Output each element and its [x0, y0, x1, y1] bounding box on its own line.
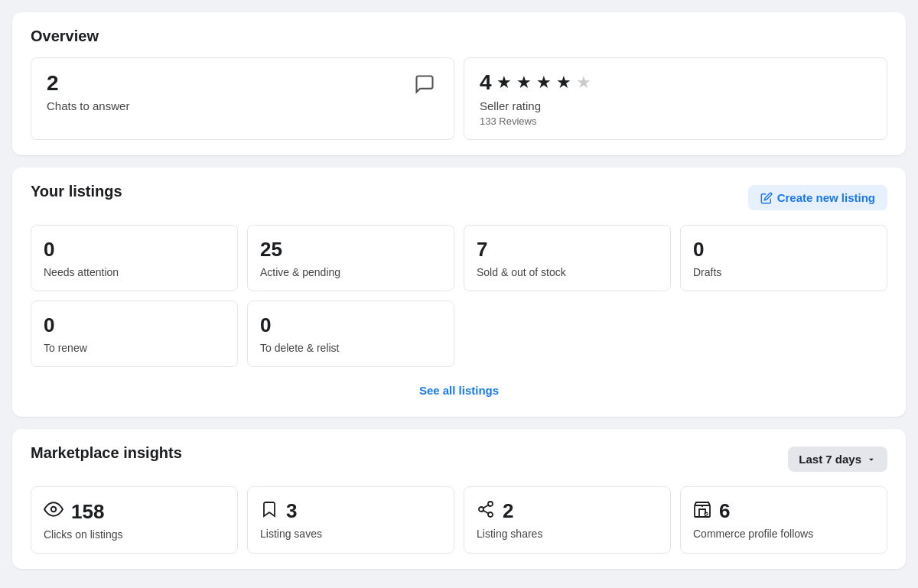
svg-point-0	[51, 507, 57, 512]
to-delete-number: 0	[260, 313, 441, 337]
clicks-label: Clicks on listings	[44, 528, 225, 541]
chats-card: 2 Chats to answer	[31, 57, 454, 140]
needs-attention-label: Needs attention	[44, 266, 225, 278]
see-all-listings-link[interactable]: See all listings	[31, 379, 887, 401]
listings-grid-row2: 0 To renew 0 To delete & relist	[31, 300, 887, 367]
insight-card-shares[interactable]: 2 Listing shares	[464, 486, 671, 554]
listing-card-drafts[interactable]: 0 Drafts	[680, 225, 887, 291]
to-delete-label: To delete & relist	[260, 342, 441, 354]
chat-icon	[411, 70, 438, 98]
edit-icon	[760, 192, 773, 204]
shares-label: Listing shares	[477, 528, 658, 540]
listings-title: Your listings	[31, 183, 122, 200]
overview-section: Overview 2 Chats to answer 4 ★ ★	[12, 12, 906, 155]
listings-section: Your listings Create new listing 0 Needs…	[12, 167, 906, 417]
drafts-number: 0	[693, 238, 874, 262]
insights-dropdown-button[interactable]: Last 7 days	[788, 447, 887, 472]
share-icon	[477, 500, 495, 523]
saves-number: 3	[286, 499, 297, 523]
store-icon	[693, 500, 711, 523]
empty-col-1	[464, 300, 671, 367]
empty-col-2	[680, 300, 887, 367]
chevron-down-icon	[866, 454, 877, 465]
create-listing-button[interactable]: Create new listing	[748, 185, 887, 210]
follows-label: Commerce profile follows	[693, 528, 874, 540]
chats-card-inner: 2 Chats to answer	[47, 70, 438, 112]
insight-clicks-top: 158	[44, 499, 225, 524]
svg-line-4	[483, 510, 489, 513]
listing-card-sold-out[interactable]: 7 Sold & out of stock	[464, 225, 671, 291]
svg-point-2	[479, 507, 483, 512]
needs-attention-number: 0	[44, 238, 225, 262]
bookmark-icon	[260, 500, 278, 523]
listing-card-to-renew[interactable]: 0 To renew	[31, 300, 238, 367]
star-5-empty: ★	[576, 73, 591, 93]
insight-saves-top: 3	[260, 499, 441, 523]
listing-card-to-delete[interactable]: 0 To delete & relist	[247, 300, 454, 367]
drafts-label: Drafts	[693, 266, 874, 278]
insights-title: Marketplace insights	[31, 444, 182, 462]
insight-shares-top: 2	[477, 499, 658, 523]
create-listing-label: Create new listing	[777, 191, 875, 204]
svg-point-1	[488, 502, 493, 506]
svg-point-3	[488, 512, 493, 517]
svg-line-5	[483, 505, 489, 508]
insight-card-clicks[interactable]: 158 Clicks on listings	[31, 486, 238, 554]
star-3: ★	[536, 73, 552, 93]
rating-number: 4	[480, 70, 492, 95]
insights-section: Marketplace insights Last 7 days 158 Cli…	[12, 429, 906, 569]
chats-info: 2 Chats to answer	[47, 70, 129, 112]
overview-title: Overview	[31, 28, 887, 45]
saves-label: Listing saves	[260, 528, 441, 540]
svg-rect-6	[695, 505, 710, 517]
insight-follows-top: 6	[693, 499, 874, 523]
star-4: ★	[556, 73, 571, 93]
sold-out-number: 7	[477, 238, 658, 262]
eye-icon	[44, 499, 63, 524]
insight-card-follows[interactable]: 6 Commerce profile follows	[680, 486, 887, 554]
listing-card-needs-attention[interactable]: 0 Needs attention	[31, 225, 238, 291]
reviews-label: 133 Reviews	[480, 115, 871, 127]
star-2: ★	[516, 73, 532, 93]
insight-card-saves[interactable]: 3 Listing saves	[247, 486, 454, 554]
rating-row: 4 ★ ★ ★ ★ ★	[480, 70, 871, 95]
chats-number: 2	[47, 70, 129, 96]
overview-row: 2 Chats to answer 4 ★ ★ ★ ★ ★ Seller r	[31, 57, 887, 140]
rating-card: 4 ★ ★ ★ ★ ★ Seller rating 133 Reviews	[464, 57, 887, 140]
chats-label: Chats to answer	[47, 99, 129, 112]
active-pending-number: 25	[260, 238, 441, 262]
listings-grid-row1: 0 Needs attention 25 Active & pending 7 …	[31, 225, 887, 291]
listing-card-active-pending[interactable]: 25 Active & pending	[247, 225, 454, 291]
follows-number: 6	[719, 499, 730, 523]
to-renew-number: 0	[44, 313, 225, 337]
seller-rating-label: Seller rating	[480, 99, 871, 112]
insights-dropdown-label: Last 7 days	[799, 453, 861, 466]
clicks-number: 158	[71, 500, 104, 524]
insights-header: Marketplace insights Last 7 days	[31, 444, 887, 474]
sold-out-label: Sold & out of stock	[477, 266, 658, 278]
to-renew-label: To renew	[44, 342, 225, 354]
shares-number: 2	[503, 499, 513, 523]
active-pending-label: Active & pending	[260, 266, 441, 278]
listings-header: Your listings Create new listing	[31, 183, 887, 213]
star-1: ★	[496, 73, 512, 93]
insights-grid: 158 Clicks on listings 3 Listing saves	[31, 486, 887, 554]
